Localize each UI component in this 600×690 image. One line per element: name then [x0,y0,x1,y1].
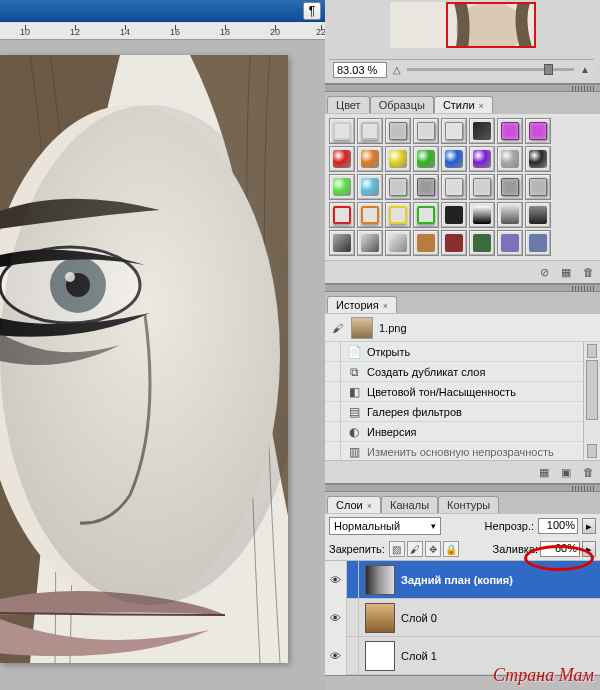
style-swatch[interactable] [497,202,523,228]
history-item[interactable]: ▤ Галерея фильтров [325,402,600,422]
style-swatch[interactable] [525,118,551,144]
style-swatch[interactable] [497,230,523,256]
layer-name[interactable]: Задний план (копия) [401,574,513,586]
layer-name[interactable]: Слой 0 [401,612,437,624]
style-swatch[interactable] [357,118,383,144]
visibility-toggle[interactable]: 👁 [325,599,347,637]
style-swatch[interactable] [525,146,551,172]
style-swatch[interactable] [329,118,355,144]
style-swatch[interactable] [413,118,439,144]
layer-thumbnail[interactable] [365,565,395,595]
panel-divider[interactable] [325,284,600,292]
style-swatch[interactable] [469,202,495,228]
fill-input[interactable]: 60% [540,541,580,557]
style-swatch[interactable] [385,202,411,228]
history-item[interactable]: ▥ Изменить основную непрозрачность [325,442,600,460]
tab-styles[interactable]: Стили× [434,96,493,113]
style-swatch[interactable] [329,230,355,256]
canvas-viewport[interactable] [0,55,288,663]
style-swatch[interactable] [385,146,411,172]
style-swatch[interactable] [441,230,467,256]
history-item[interactable]: ⧉ Создать дубликат слоя [325,362,600,382]
style-swatch[interactable] [385,118,411,144]
style-swatch[interactable] [413,146,439,172]
layer-name[interactable]: Слой 1 [401,650,437,662]
blend-mode-select[interactable]: Нормальный ▾ [329,517,441,535]
style-swatch[interactable] [329,146,355,172]
history-item[interactable]: 📄 Открыть [325,342,600,362]
panel-divider[interactable] [325,484,600,492]
pilcrow-button[interactable]: ¶ [303,2,321,20]
layer-row[interactable]: 👁 Слой 1 [325,637,600,675]
style-swatch[interactable] [441,146,467,172]
zoom-slider[interactable] [407,68,574,71]
style-swatch[interactable] [469,174,495,200]
new-snapshot-icon[interactable]: ▣ [558,464,574,480]
opacity-input[interactable]: 100% [538,518,578,534]
new-style-icon[interactable]: ▦ [558,264,574,280]
zoom-out-icon[interactable]: △ [393,64,401,75]
style-swatch[interactable] [413,174,439,200]
panel-divider[interactable] [325,84,600,92]
tab-swatches[interactable]: Образцы [370,96,434,113]
layer-row[interactable]: 👁 Задний план (копия) [325,561,600,599]
style-swatch[interactable] [413,202,439,228]
lock-transparency-icon[interactable]: ▨ [389,541,405,557]
lock-position-icon[interactable]: ✥ [425,541,441,557]
style-swatch[interactable] [441,202,467,228]
style-swatch[interactable] [469,146,495,172]
style-swatch[interactable] [413,230,439,256]
style-swatch[interactable] [497,146,523,172]
history-snapshot[interactable]: 🖌 1.png [325,314,600,342]
layer-row[interactable]: 👁 Слой 0 [325,599,600,637]
style-swatch[interactable] [357,174,383,200]
horizontal-ruler[interactable]: 10 12 14 16 18 20 22 [0,22,325,40]
navigator-thumbnail[interactable] [390,2,536,48]
tab-color[interactable]: Цвет [327,96,370,113]
style-swatch[interactable] [441,174,467,200]
opacity-flyout-icon[interactable]: ▸ [582,518,596,534]
style-swatch[interactable] [357,146,383,172]
zoom-slider-thumb[interactable] [544,64,553,75]
style-swatch[interactable] [525,202,551,228]
navigator-viewbox[interactable] [446,2,536,48]
style-swatch[interactable] [357,230,383,256]
tab-history[interactable]: История× [327,296,397,313]
style-swatch[interactable] [469,118,495,144]
style-swatch[interactable] [525,174,551,200]
layer-thumbnail[interactable] [365,603,395,633]
tab-channels[interactable]: Каналы [381,496,438,513]
lock-pixels-icon[interactable]: 🖌 [407,541,423,557]
scrollbar-thumb[interactable] [586,360,598,420]
zoom-value[interactable]: 83.03 % [333,62,387,78]
layer-list: 👁 Задний план (копия) 👁 Слой 0 👁 Слой 1 [325,561,600,675]
layer-thumbnail[interactable] [365,641,395,671]
style-swatch[interactable] [469,230,495,256]
style-swatch[interactable] [385,174,411,200]
no-style-icon[interactable]: ⊘ [536,264,552,280]
style-swatch[interactable] [441,118,467,144]
fill-flyout-icon[interactable]: ▸ [582,541,596,557]
history-item[interactable]: ◧ Цветовой тон/Насыщенность [325,382,600,402]
trash-icon[interactable]: 🗑 [580,464,596,480]
tab-layers[interactable]: Слои× [327,496,381,513]
close-icon[interactable]: × [383,301,388,311]
visibility-toggle[interactable]: 👁 [325,561,347,599]
zoom-in-icon[interactable]: ▲ [580,64,590,75]
style-swatch[interactable] [357,202,383,228]
history-scrollbar[interactable] [583,342,600,460]
style-swatch[interactable] [329,202,355,228]
close-icon[interactable]: × [367,501,372,511]
close-icon[interactable]: × [479,101,484,111]
style-swatch[interactable] [385,230,411,256]
lock-all-icon[interactable]: 🔒 [443,541,459,557]
style-swatch[interactable] [525,230,551,256]
style-swatch[interactable] [329,174,355,200]
new-doc-from-state-icon[interactable]: ▦ [536,464,552,480]
visibility-toggle[interactable]: 👁 [325,637,347,675]
history-item[interactable]: ◐ Инверсия [325,422,600,442]
style-swatch[interactable] [497,174,523,200]
style-swatch[interactable] [497,118,523,144]
tab-paths[interactable]: Контуры [438,496,499,513]
trash-icon[interactable]: 🗑 [580,264,596,280]
